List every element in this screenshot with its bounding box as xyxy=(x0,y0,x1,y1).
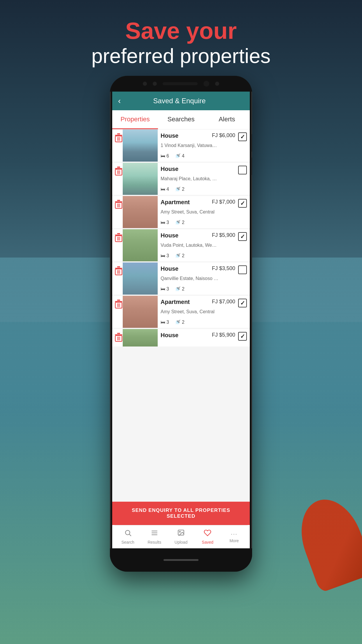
delete-button[interactable] xyxy=(112,229,123,261)
property-info: House FJ $5,900 xyxy=(158,329,238,346)
bed-count: 🛏 3 xyxy=(161,220,169,225)
property-price: FJ $7,000 xyxy=(212,199,235,205)
delete-button[interactable] xyxy=(112,196,123,228)
svg-rect-0 xyxy=(115,135,122,136)
phone-screen: ‹ Saved & Enquire Properties Searches Al… xyxy=(112,92,250,548)
back-button[interactable]: ‹ xyxy=(118,96,121,106)
svg-rect-13 xyxy=(117,200,120,201)
property-checkbox[interactable] xyxy=(238,229,250,261)
checkbox-checked[interactable] xyxy=(238,232,247,241)
svg-point-42 xyxy=(125,530,130,535)
svg-rect-7 xyxy=(117,167,120,168)
table-row: House FJ $6,000 1 Vinod Karsanji, Vatuwa… xyxy=(112,130,250,162)
phone-bottom-bar xyxy=(110,548,252,572)
nav-item-results[interactable]: Results xyxy=(141,525,168,548)
nav-item-search[interactable]: Search xyxy=(115,525,141,548)
notch-camera xyxy=(203,81,209,87)
checkbox-checked[interactable] xyxy=(238,332,247,341)
nav-label-search: Search xyxy=(121,540,134,545)
delete-button[interactable] xyxy=(112,262,123,295)
property-checkbox[interactable] xyxy=(238,130,250,162)
tab-properties[interactable]: Properties xyxy=(112,110,158,129)
results-icon xyxy=(151,529,158,539)
notch-speaker xyxy=(163,82,198,85)
checkbox-checked[interactable] xyxy=(238,199,247,208)
delete-button[interactable] xyxy=(112,296,123,328)
tab-bar: Properties Searches Alerts xyxy=(112,110,250,130)
app-header: ‹ Saved & Enquire xyxy=(112,92,250,110)
property-type: House xyxy=(161,132,178,139)
nav-label-upload: Upload xyxy=(175,540,187,545)
svg-rect-31 xyxy=(117,300,120,301)
checkbox-unchecked[interactable] xyxy=(238,166,247,174)
nav-item-saved[interactable]: Saved xyxy=(194,525,221,548)
more-icon: ··· xyxy=(231,531,238,537)
nav-item-upload[interactable]: Upload xyxy=(168,525,194,548)
svg-rect-25 xyxy=(117,266,120,267)
property-features: 🛏 3 🚿 2 xyxy=(161,319,235,325)
delete-button[interactable] xyxy=(112,130,123,162)
phone-frame: ‹ Saved & Enquire Properties Searches Al… xyxy=(110,76,252,572)
bed-count: 🛏 3 xyxy=(161,319,169,325)
trash-icon xyxy=(115,133,123,143)
property-checkbox[interactable] xyxy=(238,196,250,228)
bath-count: 🚿 2 xyxy=(175,220,184,225)
nav-label-saved: Saved xyxy=(202,540,213,545)
property-image xyxy=(123,130,158,162)
trash-icon xyxy=(115,166,123,176)
table-row: Apartment FJ $7,000 Amy Street, Suva, Ce… xyxy=(112,296,250,328)
delete-button[interactable] xyxy=(112,329,123,346)
property-checkbox[interactable] xyxy=(238,163,250,195)
phone-notch xyxy=(110,76,252,92)
property-image xyxy=(123,329,158,346)
property-address: Vuda Point, Lautoka, Western xyxy=(161,243,219,248)
property-list: House FJ $6,000 1 Vinod Karsanji, Vatuwa… xyxy=(112,130,250,502)
checkbox-checked[interactable] xyxy=(238,299,247,307)
property-price: FJ $3,500 xyxy=(212,265,235,272)
property-price: FJ $5,900 xyxy=(212,332,235,338)
svg-point-48 xyxy=(180,531,180,532)
svg-rect-24 xyxy=(115,268,122,269)
property-type: House xyxy=(161,265,178,272)
nav-item-more[interactable]: ··· More xyxy=(221,525,247,548)
bottom-navigation: Search Results Upload Saved xyxy=(115,525,247,548)
table-row: House FJ $5,900 xyxy=(112,329,250,346)
table-row: Apartment FJ $7,000 Amy Street, Suva, Ce… xyxy=(112,196,250,228)
bath-count: 🚿 2 xyxy=(175,186,184,192)
svg-rect-37 xyxy=(117,333,120,334)
table-row: House FJ $3,500 Qanvillie Estate, Naisos… xyxy=(112,262,250,295)
bath-count: 🚿 2 xyxy=(175,253,184,258)
property-address: Amy Street, Suva, Central xyxy=(161,209,219,215)
property-features: 🛏 3 🚿 2 xyxy=(161,286,235,292)
delete-button[interactable] xyxy=(112,163,123,195)
send-enquiry-button[interactable]: SEND ENQUIRY TO ALL PROPERTIES SELECTED xyxy=(112,502,250,525)
property-info: Apartment FJ $7,000 Amy Street, Suva, Ce… xyxy=(158,196,238,228)
notch-dot-right xyxy=(215,82,219,86)
home-indicator xyxy=(164,559,198,561)
notch-dot-mid xyxy=(153,82,157,86)
property-checkbox[interactable] xyxy=(238,262,250,295)
hero-section: Save your preferred properties xyxy=(0,18,362,68)
property-features: 🛏 3 🚿 2 xyxy=(161,220,235,225)
checkbox-unchecked[interactable] xyxy=(238,265,247,274)
property-info: House FJ $3,500 Qanvillie Estate, Naisos… xyxy=(158,262,238,295)
property-address: Amy Street, Suva, Central xyxy=(161,309,219,314)
trash-icon xyxy=(115,266,123,276)
tab-alerts[interactable]: Alerts xyxy=(204,110,250,129)
table-row: House FJ $5,900 Vuda Point, Lautoka, Wes… xyxy=(112,229,250,261)
bed-count: 🛏 4 xyxy=(161,186,169,192)
checkbox-checked[interactable] xyxy=(238,132,247,141)
trash-icon xyxy=(115,233,123,242)
property-features: 🛏 6 🚿 4 xyxy=(161,153,235,159)
property-checkbox[interactable] xyxy=(238,329,250,346)
property-features: 🛏 3 🚿 2 xyxy=(161,253,235,258)
bed-count: 🛏 6 xyxy=(161,153,169,159)
property-price: FJ $5,900 xyxy=(212,232,235,238)
property-image xyxy=(123,262,158,295)
tab-searches[interactable]: Searches xyxy=(158,110,204,129)
property-type: House xyxy=(161,166,178,172)
upload-icon xyxy=(177,529,185,539)
property-type: Apartment xyxy=(161,199,190,206)
svg-rect-12 xyxy=(115,201,122,202)
property-checkbox[interactable] xyxy=(238,296,250,328)
